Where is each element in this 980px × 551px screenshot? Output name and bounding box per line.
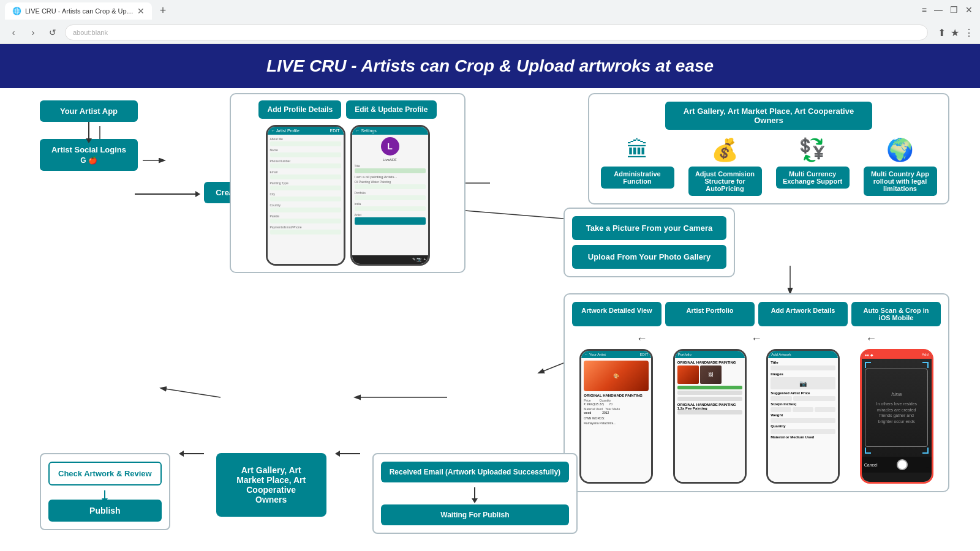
- star-icon[interactable]: ★: [951, 27, 959, 39]
- artist-portfolio-label[interactable]: Artist Portfolio: [665, 302, 755, 326]
- scan-controls: Cancel _: [862, 457, 932, 473]
- gallery-header: Art Gallery, Art Market Place, Art Coope…: [665, 102, 872, 130]
- currency-label[interactable]: Multi Currency Exchange Support: [776, 167, 850, 189]
- main-content: LIVE CRU - Artists can Crop & Upload art…: [0, 44, 980, 551]
- gallery-item-country: 🌍 Multi Country App rollout with legal l…: [864, 137, 937, 196]
- browser-chrome: ≡ — ❐ ✕ 🌐 LIVE CRU - Artists can Crop & …: [0, 0, 980, 44]
- commission-label[interactable]: Adjust Commision Structure for AutoPrici…: [688, 167, 762, 196]
- check-review-button[interactable]: Check Artwork & Review: [48, 462, 162, 485]
- artist-app-box[interactable]: Your Artist App: [40, 100, 138, 122]
- arrow-left-1: [183, 453, 204, 454]
- browser-controls: ‹ › ↺ about:blank ⬆ ★ ⋮: [0, 22, 980, 44]
- profile-avatar: L: [381, 137, 399, 156]
- phone-screen-2: ← Settings L LiveARF Title I am a oil pa…: [352, 127, 428, 264]
- bp-header-1: ← Your ArtistEDIT: [581, 351, 651, 358]
- reload-button[interactable]: ↺: [45, 25, 60, 40]
- left-flow: Your Artist App Artist Social Logins G 🍎…: [40, 100, 138, 171]
- bp-content-3: Title Images 📷 Suggested Artist Price Si…: [768, 358, 838, 443]
- add-artwork-label[interactable]: Add Artwork Details: [758, 302, 848, 326]
- gallery-item-admin: 🏛 Administrative Function: [601, 137, 674, 196]
- diagram-area: Your Artist App Artist Social Logins G 🍎…: [0, 88, 980, 546]
- country-icon: 🌍: [886, 137, 914, 163]
- add-profile-btn[interactable]: Add Profile Details: [258, 100, 341, 119]
- camera-viewfinder: hina In others love resides miracles are…: [862, 359, 932, 457]
- gallery-section: Art Gallery, Art Market Place, Art Coope…: [588, 93, 949, 204]
- window-controls: ≡ — ❐ ✕: [922, 5, 973, 15]
- check-publish-box: Check Artwork & Review Publish: [40, 453, 170, 530]
- artwork-view-label[interactable]: Artwork Detailed View: [572, 302, 662, 326]
- phone-portfolio: Portfolio ORIGINAL HANDMADE PAINTING 🖼: [673, 349, 747, 484]
- phone-artwork-detail: ← Your ArtistEDIT 🎨 ORIGINAL HANDMADE PA…: [579, 349, 653, 484]
- gallery-market-box[interactable]: Art Gallery, Art Market Place, Art Coope…: [216, 453, 326, 517]
- bp-content-2: ORIGINAL HANDMADE PAINTING 🖼 ORIGINAL HA…: [675, 358, 745, 419]
- phone-content-1: About Me Name Phone Number Email Paintin…: [268, 135, 344, 264]
- bottom-phones-row: ← Your ArtistEDIT 🎨 ORIGINAL HANDMADE PA…: [572, 349, 941, 484]
- tab-title: LIVE CRU - Artists can Crop & Upload art…: [25, 7, 134, 15]
- forward-button[interactable]: ›: [26, 25, 40, 40]
- bp-screen-1: ← Your ArtistEDIT 🎨 ORIGINAL HANDMADE PA…: [581, 351, 651, 482]
- social-logins-label: Artist Social Logins: [51, 145, 127, 154]
- bp-screen-3: Add Artwork Title Images 📷 Suggested Art…: [768, 351, 838, 482]
- phone-screen-1: ← Artist ProfileEDIT About Me Name Phone…: [268, 127, 344, 264]
- gallery-item-commission: 💰 Adjust Commision Structure for AutoPri…: [688, 137, 762, 196]
- tab-favicon: 🌐: [12, 7, 21, 15]
- share-icon[interactable]: ⬆: [938, 27, 946, 39]
- commission-icon: 💰: [711, 137, 739, 163]
- received-email-btn[interactable]: Received Email (Artwork Uploaded Success…: [381, 462, 569, 482]
- bp-screen-2: Portfolio ORIGINAL HANDMADE PAINTING 🖼: [675, 351, 745, 482]
- phone-header-2: ← Settings: [352, 127, 428, 135]
- take-picture-btn[interactable]: Take a Picture From your Camera: [572, 216, 726, 240]
- phone-section: Add Profile Details Edit & Update Profil…: [230, 93, 466, 273]
- edit-update-btn[interactable]: Edit & Update Profile: [346, 100, 436, 119]
- win-maximize-icon[interactable]: ❐: [950, 5, 958, 15]
- arrow-to-profile: [135, 193, 196, 195]
- waiting-publish-btn[interactable]: Waiting For Publish: [381, 504, 569, 525]
- phone-auto-scan: ●● ◆Add hina In others love resides mira…: [860, 349, 933, 484]
- phones-container: ← Artist ProfileEDIT About Me Name Phone…: [237, 125, 458, 266]
- scan-header: ●● ◆Add: [862, 351, 932, 359]
- email-section: Received Email (Artwork Uploaded Success…: [372, 453, 578, 534]
- win-close-icon[interactable]: ✕: [965, 5, 973, 15]
- phone-header-1: ← Artist ProfileEDIT: [268, 127, 344, 135]
- bottom-left-section: Check Artwork & Review Publish Art Galle…: [40, 453, 578, 534]
- bp-screen-4: ●● ◆Add hina In others love resides mira…: [862, 351, 932, 482]
- camera-section: Take a Picture From your Camera Upload F…: [564, 208, 735, 277]
- phone-mockup-1: ← Artist ProfileEDIT About Me Name Phone…: [266, 125, 345, 266]
- admin-label[interactable]: Administrative Function: [601, 167, 674, 189]
- header-banner: LIVE CRU - Artists can Crop & Upload art…: [0, 44, 980, 88]
- phone-tabs: Add Profile Details Edit & Update Profil…: [237, 100, 458, 119]
- svg-line-8: [161, 388, 221, 397]
- active-tab[interactable]: 🌐 LIVE CRU - Artists can Crop & Upload a…: [5, 2, 152, 20]
- phone-add-artwork: Add Artwork Title Images 📷 Suggested Art…: [766, 349, 840, 484]
- gallery-item-currency: 💱 Multi Currency Exchange Support: [776, 137, 850, 196]
- artwork-image-1: 🎨: [584, 361, 649, 391]
- browser-actions: ⬆ ★ ⋮: [938, 27, 974, 39]
- currency-icon: 💱: [799, 137, 826, 163]
- phone-content-2: L LiveARF Title I am a oil painting Arti…: [352, 135, 428, 255]
- address-text: about:blank: [73, 29, 108, 36]
- bp-content-1: 🎨 ORIGINAL HANDMADE PAINTING Price Quant…: [581, 358, 651, 428]
- new-tab-button[interactable]: +: [154, 2, 172, 20]
- bottom-labels: Artwork Detailed View Artist Portfolio A…: [572, 302, 941, 326]
- tab-bar: 🌐 LIVE CRU - Artists can Crop & Upload a…: [0, 0, 980, 22]
- bp-header-3: Add Artwork: [768, 351, 838, 358]
- win-minimize-icon[interactable]: —: [934, 5, 943, 15]
- country-label[interactable]: Multi Country App rollout with legal lim…: [864, 167, 937, 196]
- between-arrows: ← ← ←: [572, 332, 941, 345]
- admin-icon: 🏛: [627, 137, 649, 163]
- more-icon[interactable]: ⋮: [964, 27, 974, 39]
- tab-close-icon[interactable]: ✕: [137, 6, 145, 16]
- back-button[interactable]: ‹: [6, 25, 21, 40]
- phone-mockup-2: ← Settings L LiveARF Title I am a oil pa…: [350, 125, 430, 266]
- win-list-icon[interactable]: ≡: [922, 5, 927, 15]
- social-icons: G 🍎: [51, 156, 127, 165]
- upload-gallery-btn[interactable]: Upload From Your Photo Gallery: [572, 245, 726, 269]
- auto-scan-label[interactable]: Auto Scan & Crop in iOS Mobile: [851, 302, 941, 326]
- page-title: LIVE CRU - Artists can Crop & Upload art…: [0, 56, 980, 76]
- gallery-items: 🏛 Administrative Function 💰 Adjust Commi…: [597, 137, 941, 196]
- address-bar[interactable]: about:blank: [65, 24, 928, 40]
- bottom-phones-section: Artwork Detailed View Artist Portfolio A…: [564, 293, 949, 492]
- bp-header-2: Portfolio: [675, 351, 745, 358]
- arrow-left-2: [339, 453, 360, 454]
- artist-logins-box[interactable]: Artist Social Logins G 🍎: [40, 139, 138, 171]
